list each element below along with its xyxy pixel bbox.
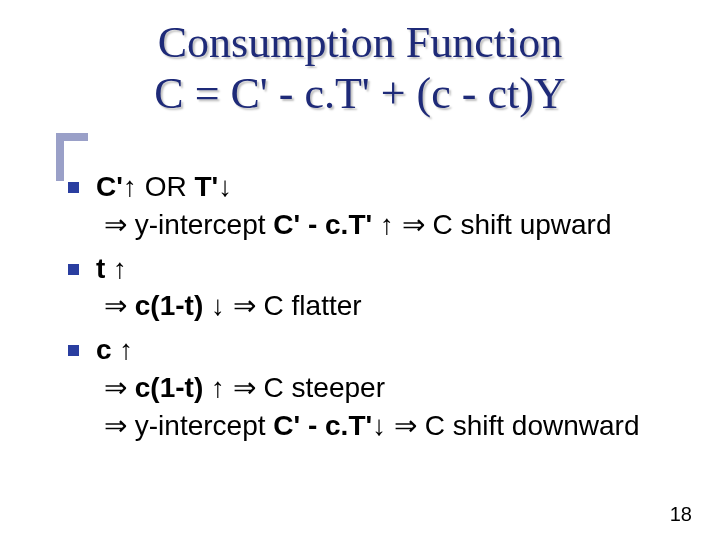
text-run: C shift downward bbox=[417, 410, 640, 441]
therefore-icon: ⇒ bbox=[402, 209, 425, 240]
text-run: C' - c.T' bbox=[273, 209, 372, 240]
therefore-icon: ⇒ bbox=[233, 290, 256, 321]
text-run bbox=[105, 253, 113, 284]
list-item-sub: ⇒ c(1-t) ↓ ⇒ C flatter bbox=[96, 287, 700, 325]
up-icon: ↑ bbox=[119, 334, 133, 365]
text-run bbox=[372, 209, 380, 240]
therefore-icon: ⇒ bbox=[104, 290, 127, 321]
text-run bbox=[203, 372, 211, 403]
therefore-icon: ⇒ bbox=[104, 209, 127, 240]
text-run: c(1-t) bbox=[135, 372, 203, 403]
text-run: C' - c.T' bbox=[273, 410, 372, 441]
text-run bbox=[127, 372, 135, 403]
text-run bbox=[225, 372, 233, 403]
text-run: t bbox=[96, 253, 105, 284]
text-run bbox=[386, 410, 394, 441]
text-run: c bbox=[96, 334, 112, 365]
title-line-2: C = C' - c.T' + (c - ct)Y bbox=[0, 69, 720, 120]
text-run: y-intercept bbox=[127, 410, 273, 441]
list-item-sub: ⇒ c(1-t) ↑ ⇒ C steeper bbox=[96, 369, 700, 407]
down-icon: ↓ bbox=[218, 171, 232, 202]
up-icon: ↑ bbox=[113, 253, 127, 284]
square-bullet-icon bbox=[68, 345, 79, 356]
text-run bbox=[225, 290, 233, 321]
text-run: OR bbox=[137, 171, 195, 202]
therefore-icon: ⇒ bbox=[233, 372, 256, 403]
therefore-icon: ⇒ bbox=[104, 372, 127, 403]
text-run bbox=[394, 209, 402, 240]
up-icon: ↑ bbox=[211, 372, 225, 403]
list-item-head: C'↑ OR T'↓ bbox=[96, 168, 700, 206]
therefore-icon: ⇒ bbox=[394, 410, 417, 441]
list-item: C'↑ OR T'↓⇒ y-intercept C' - c.T' ↑ ⇒ C … bbox=[62, 168, 700, 244]
down-icon: ↓ bbox=[372, 410, 386, 441]
text-run: C shift upward bbox=[425, 209, 612, 240]
slide: Consumption Function C = C' - c.T' + (c … bbox=[0, 0, 720, 540]
text-run: C' bbox=[96, 171, 123, 202]
list-item-head: c ↑ bbox=[96, 331, 700, 369]
text-run: c(1-t) bbox=[135, 290, 203, 321]
list-item-sub: ⇒ y-intercept C' - c.T'↓ ⇒ C shift downw… bbox=[96, 407, 700, 445]
text-run bbox=[203, 290, 211, 321]
up-icon: ↑ bbox=[123, 171, 137, 202]
square-bullet-icon bbox=[68, 264, 79, 275]
title-line-1: Consumption Function bbox=[0, 18, 720, 69]
slide-body: C'↑ OR T'↓⇒ y-intercept C' - c.T' ↑ ⇒ C … bbox=[62, 168, 700, 451]
list-item: t ↑⇒ c(1-t) ↓ ⇒ C flatter bbox=[62, 250, 700, 326]
up-icon: ↑ bbox=[380, 209, 394, 240]
text-run: C steeper bbox=[256, 372, 385, 403]
text-run: y-intercept bbox=[127, 209, 273, 240]
text-run: T' bbox=[194, 171, 218, 202]
text-run: C flatter bbox=[256, 290, 362, 321]
list-item-sub: ⇒ y-intercept C' - c.T' ↑ ⇒ C shift upwa… bbox=[96, 206, 700, 244]
therefore-icon: ⇒ bbox=[104, 410, 127, 441]
list-item-head: t ↑ bbox=[96, 250, 700, 288]
page-number: 18 bbox=[670, 503, 692, 526]
list-item: c ↑⇒ c(1-t) ↑ ⇒ C steeper⇒ y-intercept C… bbox=[62, 331, 700, 444]
square-bullet-icon bbox=[68, 182, 79, 193]
text-run bbox=[127, 290, 135, 321]
slide-title: Consumption Function C = C' - c.T' + (c … bbox=[0, 18, 720, 119]
down-icon: ↓ bbox=[211, 290, 225, 321]
